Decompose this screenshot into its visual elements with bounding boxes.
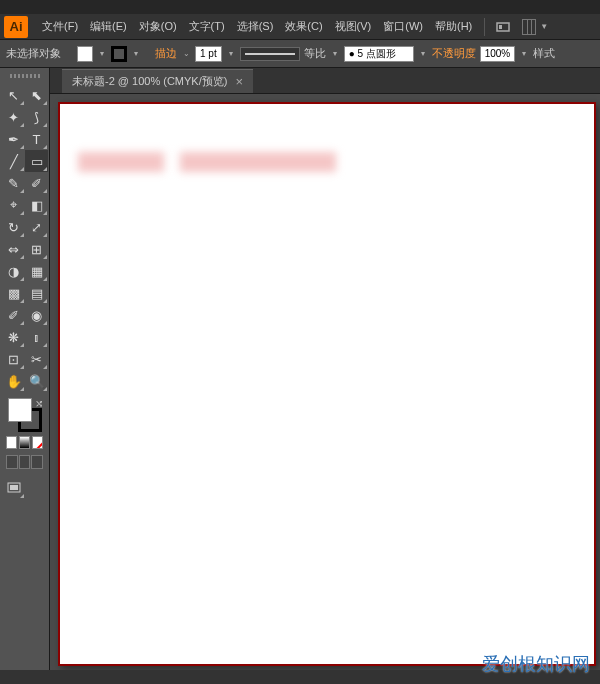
close-icon[interactable]: × — [235, 74, 243, 89]
free-transform-tool[interactable]: ⊞ — [25, 238, 48, 260]
mesh-tool[interactable]: ▩ — [2, 282, 25, 304]
document-tab[interactable]: 未标题-2 @ 100% (CMYK/预览) × — [62, 69, 253, 93]
profile-dropdown[interactable]: ▾ — [330, 46, 340, 62]
redacted-content — [78, 152, 164, 172]
stroke-dropdown[interactable]: ▾ — [131, 46, 141, 62]
artboard[interactable] — [58, 102, 596, 666]
fill-swatch[interactable] — [77, 46, 93, 62]
screen-mode[interactable] — [2, 477, 25, 499]
menu-help[interactable]: 帮助(H) — [429, 19, 478, 34]
draw-behind[interactable] — [19, 455, 31, 469]
svg-rect-0 — [497, 23, 509, 31]
bridge-icon[interactable] — [494, 18, 512, 36]
tool-panel-grip[interactable] — [2, 72, 47, 80]
type-tool[interactable]: T — [25, 128, 48, 150]
app-logo: Ai — [4, 16, 28, 38]
menu-bar: Ai 文件(F) 编辑(E) 对象(O) 文字(T) 选择(S) 效果(C) 视… — [0, 14, 600, 40]
eyedropper-tool[interactable]: ✐ — [2, 304, 25, 326]
width-tool[interactable]: ⇔ — [2, 238, 25, 260]
canvas-viewport[interactable] — [50, 94, 600, 670]
gradient-tool[interactable]: ▤ — [25, 282, 48, 304]
document-tab-title: 未标题-2 @ 100% (CMYK/预览) — [72, 74, 227, 89]
stroke-weight-input[interactable]: 1 pt — [195, 46, 222, 62]
menu-edit[interactable]: 编辑(E) — [84, 19, 133, 34]
svg-rect-3 — [10, 485, 18, 490]
opacity-input[interactable]: 100% — [480, 46, 516, 62]
profile-label: 等比 — [304, 46, 326, 61]
shape-builder-tool[interactable]: ◑ — [2, 260, 25, 282]
canvas-area: 未标题-2 @ 100% (CMYK/预览) × — [50, 68, 600, 670]
menu-type[interactable]: 文字(T) — [183, 19, 231, 34]
brush-dropdown[interactable]: ▾ — [418, 46, 428, 62]
color-mode-solid[interactable] — [6, 436, 17, 449]
workspace: ↖⬉✦⟆✒T╱▭✎✐⌖◧↻⤢⇔⊞◑▦▩▤✐◉❋⫾⊡✂✋🔍 ⤭ — [0, 68, 600, 670]
graph-tool[interactable]: ⫾ — [25, 326, 48, 348]
stroke-weight-dropdown[interactable]: ▾ — [226, 46, 236, 62]
color-mode-none[interactable] — [32, 436, 43, 449]
redacted-content — [180, 152, 336, 172]
rectangle-tool[interactable]: ▭ — [25, 150, 48, 172]
selection-status: 未选择对象 — [6, 46, 61, 61]
symbol-sprayer-tool[interactable]: ❋ — [2, 326, 25, 348]
hand-tool[interactable]: ✋ — [2, 370, 25, 392]
fill-dropdown[interactable]: ▾ — [97, 46, 107, 62]
scale-tool[interactable]: ⤢ — [25, 216, 48, 238]
brush-definition[interactable]: ● 5 点圆形 — [344, 46, 414, 62]
title-bar — [0, 0, 600, 14]
options-bar: 未选择对象 ▾ ▾ 描边 ⌄ 1 pt ▾ 等比 ▾ ● 5 点圆形 ▾ 不透明… — [0, 40, 600, 68]
stroke-profile-preview[interactable] — [240, 47, 300, 61]
menu-object[interactable]: 对象(O) — [133, 19, 183, 34]
menu-window[interactable]: 窗口(W) — [377, 19, 429, 34]
lasso-tool[interactable]: ⟆ — [25, 106, 48, 128]
stroke-panel-dropdown[interactable]: ⌄ — [181, 46, 191, 62]
line-tool[interactable]: ╱ — [2, 150, 25, 172]
menu-divider — [484, 18, 485, 36]
slice-tool[interactable]: ✂ — [25, 348, 48, 370]
style-label: 样式 — [533, 46, 555, 61]
rotate-tool[interactable]: ↻ — [2, 216, 25, 238]
magic-wand-tool[interactable]: ✦ — [2, 106, 25, 128]
opacity-label[interactable]: 不透明度 — [432, 46, 476, 61]
document-tabs: 未标题-2 @ 100% (CMYK/预览) × — [50, 68, 600, 94]
menu-view[interactable]: 视图(V) — [329, 19, 378, 34]
menu-file[interactable]: 文件(F) — [36, 19, 84, 34]
paintbrush-tool[interactable]: ✎ — [2, 172, 25, 194]
arrange-dropdown[interactable]: ▼ — [539, 19, 549, 35]
svg-rect-1 — [499, 25, 502, 29]
color-mode-gradient[interactable] — [19, 436, 30, 449]
fill-color[interactable] — [8, 398, 32, 422]
zoom-tool[interactable]: 🔍 — [25, 370, 48, 392]
draw-normal[interactable] — [6, 455, 18, 469]
blend-tool[interactable]: ◉ — [25, 304, 48, 326]
menu-select[interactable]: 选择(S) — [231, 19, 280, 34]
watermark: 爱创根知识网 — [482, 652, 590, 676]
stroke-swatch[interactable] — [111, 46, 127, 62]
draw-inside[interactable] — [31, 455, 43, 469]
perspective-tool[interactable]: ▦ — [25, 260, 48, 282]
eraser-tool[interactable]: ◧ — [25, 194, 48, 216]
blob-brush-tool[interactable]: ⌖ — [2, 194, 25, 216]
direct-selection-tool[interactable]: ⬉ — [25, 84, 48, 106]
stroke-label[interactable]: 描边 — [155, 46, 177, 61]
pen-tool[interactable]: ✒ — [2, 128, 25, 150]
arrange-docs-icon[interactable] — [518, 18, 536, 36]
menu-effect[interactable]: 效果(C) — [279, 19, 328, 34]
opacity-dropdown[interactable]: ▾ — [519, 46, 529, 62]
tool-panel: ↖⬉✦⟆✒T╱▭✎✐⌖◧↻⤢⇔⊞◑▦▩▤✐◉❋⫾⊡✂✋🔍 ⤭ — [0, 68, 50, 670]
pencil-tool[interactable]: ✐ — [25, 172, 48, 194]
artboard-tool[interactable]: ⊡ — [2, 348, 25, 370]
fill-stroke-control[interactable]: ⤭ — [2, 398, 47, 434]
selection-tool[interactable]: ↖ — [2, 84, 25, 106]
